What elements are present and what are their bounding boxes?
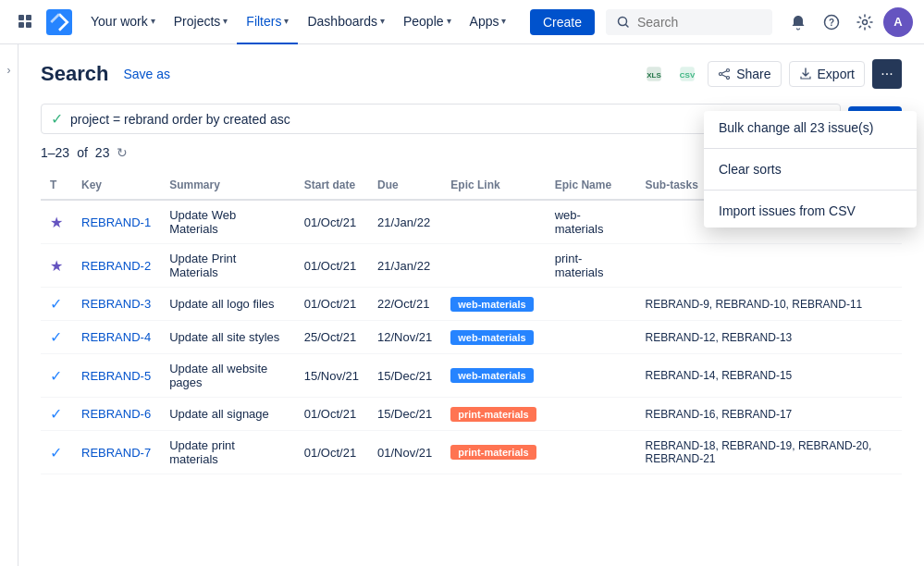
apps-chevron: ▾ <box>501 16 506 26</box>
import-csv-item[interactable]: Import issues from CSV <box>704 194 917 228</box>
issue-key[interactable]: REBRAND-7 <box>81 446 151 460</box>
top-nav: Your work ▾ Projects ▾ Filters ▾ Dashboa… <box>0 0 924 44</box>
issue-epic-link-cell <box>441 200 545 244</box>
col-epic-link: Epic Link <box>441 171 545 200</box>
jira-logo[interactable] <box>44 7 74 37</box>
header-actions: XLS CSV Share <box>641 59 902 89</box>
nav-people[interactable]: People ▾ <box>394 0 461 44</box>
issue-type-cell: ✓ <box>41 431 72 474</box>
issue-key-cell: REBRAND-6 <box>72 398 160 431</box>
export-icon <box>799 68 812 80</box>
table-row[interactable]: ✓REBRAND-6Update all signage01/Oct/2115/… <box>41 398 902 431</box>
sidebar-toggle-btn[interactable]: › <box>0 59 18 81</box>
dropdown-divider-2 <box>704 190 917 191</box>
issue-subtasks-cell: REBRAND-16, REBRAND-17 <box>636 398 902 431</box>
col-type: T <box>41 171 72 200</box>
issue-start-cell: 01/Oct/21 <box>295 288 368 321</box>
issue-key-cell: REBRAND-2 <box>72 244 160 288</box>
grid-menu-icon[interactable] <box>11 7 41 37</box>
issue-epic-name-cell <box>546 354 636 398</box>
issue-due-cell: 21/Jan/22 <box>368 200 441 244</box>
share-button[interactable]: Share <box>708 61 781 87</box>
svg-text:XLS: XLS <box>647 71 661 80</box>
help-icon[interactable]: ? <box>817 7 846 37</box>
issue-epic-link-cell: print-materials <box>441 431 545 474</box>
sidebar-toggle[interactable]: › <box>0 44 18 566</box>
projects-chevron: ▾ <box>223 16 228 26</box>
svg-text:CSV: CSV <box>680 71 696 80</box>
issue-key-cell: REBRAND-3 <box>72 288 160 321</box>
issue-summary-cell: Update all signage <box>160 398 295 431</box>
issue-summary-cell: Update all site styles <box>160 321 295 354</box>
create-button[interactable]: Create <box>530 9 595 35</box>
issue-epic-name-cell: print-materials <box>546 244 636 288</box>
subtasks: REBRAND-14, REBRAND-15 <box>646 369 793 382</box>
nav-your-work[interactable]: Your work ▾ <box>81 0 165 44</box>
issue-subtasks-cell: REBRAND-9, REBRAND-10, REBRAND-11 <box>636 288 902 321</box>
search-input[interactable] <box>637 15 748 30</box>
excel-export-button[interactable]: XLS <box>641 61 667 87</box>
epic-link-tag[interactable]: print-materials <box>450 407 536 422</box>
col-due: Due <box>368 171 441 200</box>
issue-subtasks-cell: REBRAND-18, REBRAND-19, REBRAND-20, REBR… <box>636 431 902 474</box>
table-row[interactable]: ✓REBRAND-4Update all site styles25/Oct/2… <box>41 321 902 354</box>
issue-due-cell: 15/Dec/21 <box>368 354 441 398</box>
jql-valid-icon: ✓ <box>51 110 63 128</box>
save-as-button[interactable]: Save as <box>119 65 174 83</box>
svg-point-8 <box>863 19 868 24</box>
more-options-button[interactable]: ··· <box>872 59 902 89</box>
issue-summary: Update all logo files <box>169 297 274 311</box>
task-icon: ✓ <box>50 296 62 312</box>
table-row[interactable]: ✓REBRAND-3Update all logo files01/Oct/21… <box>41 288 902 321</box>
issue-summary: Update Print Materials <box>169 252 236 279</box>
page-header: Search Save as XLS CSV <box>41 59 902 89</box>
col-key: Key <box>72 171 160 200</box>
nav-dashboards[interactable]: Dashboards ▾ <box>298 0 394 44</box>
results-range: 1–23 <box>41 145 69 160</box>
nav-apps[interactable]: Apps ▾ <box>461 0 516 44</box>
notifications-icon[interactable] <box>783 7 813 37</box>
csv-export-button[interactable]: CSV <box>674 61 700 87</box>
nav-items: Your work ▾ Projects ▾ Filters ▾ Dashboa… <box>81 0 526 44</box>
issue-type-cell: ★ <box>41 244 72 288</box>
table-row[interactable]: ✓REBRAND-5Update all website pages15/Nov… <box>41 354 902 398</box>
filters-chevron: ▾ <box>284 16 289 26</box>
issue-epic-name-cell <box>546 288 636 321</box>
issue-start-cell: 01/Oct/21 <box>295 398 368 431</box>
epic-name: web-materials <box>555 208 604 236</box>
issue-summary: Update Web Materials <box>169 208 236 236</box>
epic-link-tag[interactable]: web-materials <box>450 297 533 312</box>
nav-filters[interactable]: Filters ▾ <box>237 0 298 44</box>
settings-icon[interactable] <box>850 7 880 37</box>
epic-link-tag[interactable]: web-materials <box>450 330 533 345</box>
svg-rect-0 <box>18 15 24 20</box>
issue-key[interactable]: REBRAND-2 <box>81 259 151 273</box>
avatar[interactable]: A <box>883 7 913 37</box>
issue-key[interactable]: REBRAND-1 <box>81 215 151 229</box>
epic-link-tag[interactable]: web-materials <box>450 368 533 383</box>
issue-key[interactable]: REBRAND-6 <box>81 407 151 421</box>
clear-sorts-item[interactable]: Clear sorts <box>704 153 917 186</box>
table-row[interactable]: ★REBRAND-2Update Print Materials01/Oct/2… <box>41 244 902 288</box>
results-total: 23 <box>95 145 110 160</box>
issue-summary-cell: Update all website pages <box>160 354 295 398</box>
issue-summary-cell: Update all logo files <box>160 288 295 321</box>
table-row[interactable]: ✓REBRAND-7Update print materials01/Oct/2… <box>41 431 902 474</box>
export-button[interactable]: Export <box>789 61 865 87</box>
issue-type-cell: ✓ <box>41 354 72 398</box>
more-dots-icon: ··· <box>881 66 893 82</box>
issue-key[interactable]: REBRAND-3 <box>81 297 151 311</box>
svg-rect-1 <box>26 15 31 20</box>
subtasks: REBRAND-16, REBRAND-17 <box>646 408 793 421</box>
issue-key-cell: REBRAND-7 <box>72 431 160 474</box>
nav-projects[interactable]: Projects ▾ <box>165 0 238 44</box>
issue-key[interactable]: REBRAND-4 <box>81 330 151 344</box>
results-text: of <box>77 145 88 160</box>
epic-link-tag[interactable]: print-materials <box>450 445 536 460</box>
issue-key[interactable]: REBRAND-5 <box>81 369 151 383</box>
global-search[interactable] <box>606 9 772 35</box>
col-summary: Summary <box>160 171 295 200</box>
refresh-icon[interactable]: ↻ <box>117 145 128 160</box>
bulk-change-item[interactable]: Bulk change all 23 issue(s) <box>704 111 917 144</box>
task-icon: ✓ <box>50 406 62 422</box>
